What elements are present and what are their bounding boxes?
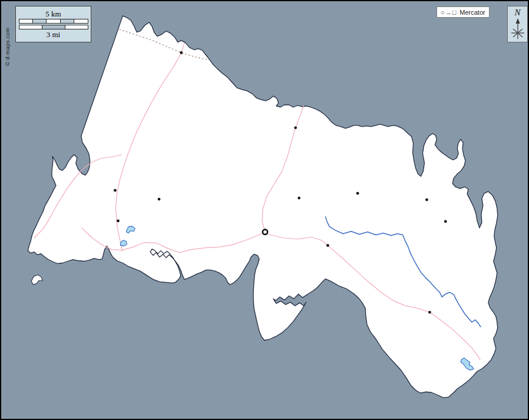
map-svg — [1, 1, 528, 419]
compass-rose-icon — [510, 18, 526, 40]
mi-bar-cell-3 — [65, 25, 88, 29]
town-dot-11 — [428, 311, 431, 314]
town-dot-7 — [356, 192, 359, 195]
scale-km-bar — [19, 19, 88, 24]
town-dot-10 — [326, 244, 329, 247]
compass-box: N — [507, 6, 528, 42]
scale-box: 5 km 3 mi — [15, 6, 91, 42]
km-bar-cell-5 — [74, 19, 87, 23]
projection-symbols-icon: ○→□ — [441, 9, 457, 16]
scale-mi-bar — [19, 25, 88, 29]
mi-bar-cell-2 — [42, 25, 65, 29]
km-bar-cell-1 — [19, 19, 33, 23]
town-dot-5 — [117, 220, 120, 223]
compass-north-label: N — [514, 8, 520, 18]
town-dot-4 — [158, 198, 161, 201]
copyright-text: © d-maps.com — [4, 27, 11, 66]
km-bar-cell-3 — [47, 19, 60, 23]
town-dot-6 — [297, 197, 300, 200]
town-dot-1 — [180, 51, 183, 54]
projection-box: ○→□ Mercator — [437, 6, 490, 18]
scale-km-label: 5 km — [45, 10, 61, 18]
scale-mi-label: 3 mi — [47, 31, 60, 38]
projection-label: Mercator — [459, 9, 485, 16]
town-dot-8 — [425, 199, 428, 201]
capital-marker — [263, 230, 267, 234]
town-dot-2 — [294, 126, 297, 129]
map-stage: © d-maps.com 5 km 3 mi ○→□ Mercator N — [0, 0, 529, 420]
km-bar-cell-2 — [33, 19, 47, 23]
mi-bar-cell-1 — [19, 25, 42, 29]
town-dot-3 — [114, 189, 117, 192]
km-bar-cell-4 — [61, 19, 74, 23]
town-dot-9 — [444, 220, 447, 223]
